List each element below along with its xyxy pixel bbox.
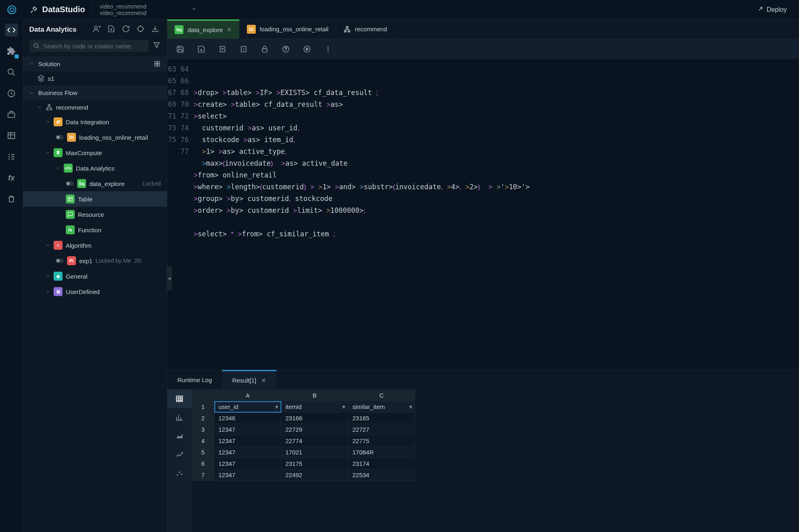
project-selector[interactable]: video_recommend video_recommend (91, 0, 205, 19)
table-folder-icon (66, 195, 75, 203)
loading-oss-label: loading_oss_online_retail (79, 134, 148, 141)
tree-node-maxcompute[interactable]: MaxCompute (23, 145, 167, 160)
tree-node-function[interactable]: fx Function (23, 222, 167, 238)
tree-section-solution[interactable]: Solution (23, 56, 167, 71)
svg-rect-18 (348, 30, 350, 32)
tree-node-userdefined[interactable]: ⊞ UserDefined (23, 284, 167, 299)
code-folder-icon: </> (64, 164, 73, 173)
close-icon[interactable]: ✕ (227, 26, 232, 33)
deploy-icon (756, 6, 763, 13)
line-chart-icon[interactable] (167, 445, 192, 464)
userdefined-icon: ⊞ (54, 287, 63, 296)
tree-node-table[interactable]: Table (23, 191, 167, 207)
editor-content[interactable]: >drop> >table> >IF> >EXISTS> cf_data_res… (194, 59, 799, 370)
lock-icon[interactable] (260, 44, 270, 54)
tab-data-explore[interactable]: Sq data_explore ✕ (167, 19, 240, 39)
sidebar: Data Analytics Solution s1 (23, 19, 167, 532)
trash-icon[interactable] (5, 192, 18, 205)
recommend-label: recommend (56, 104, 88, 111)
result-view-switcher (167, 389, 192, 532)
sidebar-collapse-handle[interactable]: ◀ (166, 266, 172, 290)
table-icon[interactable] (5, 129, 18, 142)
toggle-icon (66, 181, 74, 186)
tab-recommend[interactable]: recommend (336, 19, 395, 39)
sidebar-header: Data Analytics (23, 19, 167, 40)
area-chart-icon[interactable] (167, 427, 192, 445)
tree-node-recommend[interactable]: recommend (23, 100, 167, 114)
chevron-right-icon (45, 289, 50, 294)
code-icon[interactable] (5, 24, 18, 37)
tree-node-data-explore[interactable]: Sq data_explore Locked (23, 176, 167, 191)
general-label: General (66, 273, 87, 280)
import-icon[interactable] (149, 23, 161, 36)
list-icon[interactable] (5, 150, 18, 163)
more-icon[interactable] (323, 44, 333, 54)
grid-icon[interactable] (153, 60, 161, 67)
app-logo-icon[interactable] (0, 4, 23, 15)
svg-rect-9 (158, 61, 160, 63)
tab-label: loading_oss_online_retail (260, 26, 328, 32)
tree-node-data-integration[interactable]: ⇄ Data Integration (23, 114, 167, 130)
runtime-log-tab[interactable]: Runtime Log (167, 370, 222, 389)
deploy-button[interactable]: Deploy (744, 6, 799, 13)
runtime-log-label: Runtime Log (177, 376, 212, 383)
locked-status: Locked (143, 180, 161, 187)
target-icon[interactable] (135, 23, 146, 36)
left-icon-bar: fx (0, 19, 23, 532)
result-tab[interactable]: Result[1] ✕ (222, 370, 276, 389)
sq-badge-icon: Sq (175, 25, 184, 34)
di-badge-icon: Di (247, 25, 256, 34)
svg-rect-12 (48, 104, 50, 106)
puzzle-icon[interactable] (5, 45, 18, 58)
userdefined-label: UserDefined (66, 288, 99, 295)
bar-chart-icon[interactable] (167, 408, 192, 427)
tree-node-s1[interactable]: s1 (23, 71, 167, 85)
tab-loading-oss[interactable]: Di loading_oss_online_retail (240, 19, 336, 39)
close-icon[interactable]: ✕ (261, 377, 266, 384)
svg-point-6 (138, 26, 143, 31)
save-as-icon[interactable] (197, 44, 206, 54)
scatter-chart-icon[interactable] (167, 464, 192, 483)
svg-rect-8 (155, 61, 157, 63)
search-input[interactable] (43, 43, 145, 50)
result-tabs: Runtime Log Result[1] ✕ (167, 370, 799, 389)
chevron-down-icon (29, 61, 34, 66)
exp1-label: exp1 (79, 257, 93, 264)
chevron-down-icon (191, 6, 197, 13)
tree-node-general[interactable]: ◆ General (23, 268, 167, 284)
tree-node-resource[interactable]: Resource (23, 207, 167, 222)
submit-unlock-icon[interactable] (239, 44, 248, 54)
tree-node-data-analytics[interactable]: </> Data Analytics (23, 160, 167, 176)
submit-icon[interactable] (218, 44, 227, 54)
table-view-icon[interactable] (167, 389, 192, 408)
svg-rect-21 (262, 49, 267, 52)
svg-rect-17 (344, 30, 346, 32)
briefcase-icon[interactable] (5, 108, 18, 121)
tab-label: recommend (355, 26, 387, 32)
new-file-icon[interactable] (106, 23, 117, 36)
tree-section-business-flow[interactable]: Business Flow (23, 85, 167, 100)
refresh-icon[interactable] (120, 23, 132, 36)
fx-icon[interactable]: fx (5, 171, 18, 184)
svg-point-7 (34, 43, 38, 48)
code-editor[interactable]: 63 64 65 66 67 68 69 70 71 72 73 74 75 7… (167, 59, 799, 370)
function-icon: fx (66, 225, 75, 234)
search-icon[interactable] (5, 66, 18, 79)
result-grid[interactable]: ABC1user_id▾itemid▾similar_item▾21234623… (192, 389, 799, 532)
app-title-text: DataStudio (42, 5, 85, 14)
add-user-icon[interactable] (91, 23, 102, 36)
tree-node-algorithm[interactable]: ≡ Algorithm (23, 238, 167, 253)
search-box[interactable] (29, 40, 149, 52)
project-line1: video_recommend (100, 3, 147, 10)
save-icon[interactable] (175, 44, 185, 54)
tree-node-exp1[interactable]: Pi exp1 Locked by Me 20: (23, 253, 167, 268)
tree-node-loading-oss[interactable]: Di loading_oss_online_retail (23, 130, 167, 145)
content-area: Sq data_explore ✕ Di loading_oss_online_… (167, 19, 799, 532)
svg-rect-4 (8, 133, 15, 139)
cost-icon[interactable] (281, 44, 291, 54)
chevron-down-icon (45, 274, 50, 279)
run-icon[interactable] (302, 44, 312, 54)
filter-icon[interactable] (153, 41, 161, 51)
clock-icon[interactable] (5, 87, 18, 100)
tab-label: data_explore (188, 26, 223, 33)
